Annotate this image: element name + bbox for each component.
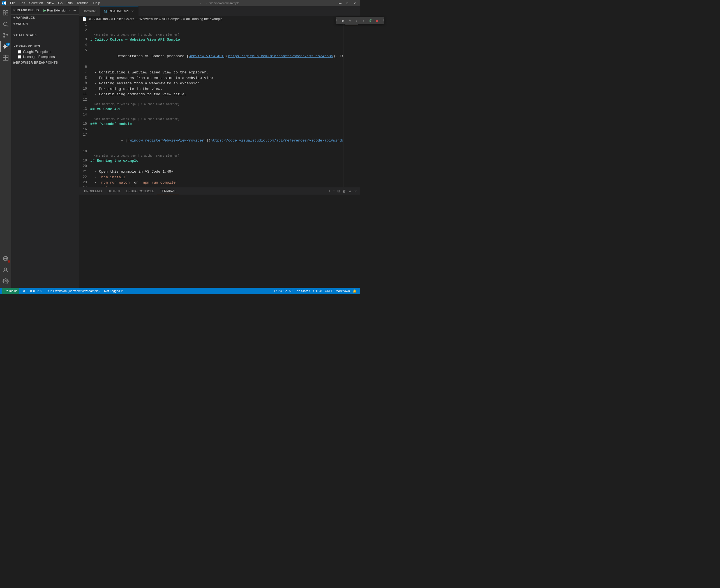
language-status[interactable]: Markdown bbox=[334, 289, 351, 293]
menu-bar[interactable]: File Edit Selection View Go Run Terminal… bbox=[8, 1, 102, 6]
line-content-8: - Posting messages from an extension to … bbox=[90, 76, 343, 81]
menu-help[interactable]: Help bbox=[92, 1, 102, 6]
menu-terminal[interactable]: Terminal bbox=[75, 1, 91, 6]
watch-header[interactable]: ▾ Watch bbox=[11, 21, 79, 27]
activity-search[interactable] bbox=[0, 19, 11, 30]
sync-button[interactable]: ↺ bbox=[22, 289, 26, 293]
activity-bottom: ! bbox=[0, 253, 11, 287]
breadcrumb-icon-2: # bbox=[183, 17, 185, 21]
remote-label: Run Extension (webview-view-sample) bbox=[46, 289, 100, 293]
warning-label: 0 bbox=[40, 289, 42, 293]
panel-tab-problems[interactable]: Problems bbox=[81, 187, 105, 195]
menu-go[interactable]: Go bbox=[56, 1, 64, 6]
caught-exceptions-item: Caught Exceptions bbox=[11, 49, 79, 55]
menu-selection[interactable]: Selection bbox=[27, 1, 45, 6]
maximize-button[interactable]: □ bbox=[344, 1, 350, 5]
panel-split-button[interactable]: ⊟ bbox=[336, 189, 341, 193]
caught-exceptions-label: Caught Exceptions bbox=[23, 50, 51, 54]
nav-back[interactable]: ← bbox=[199, 1, 203, 5]
panel-kill-button[interactable]: 🗑 bbox=[342, 189, 347, 193]
call-stack-header[interactable]: ▾ Call Stack bbox=[11, 32, 79, 38]
line-num-17: 17 bbox=[79, 132, 90, 137]
bell-icon: 🔔 bbox=[353, 289, 357, 293]
toolbar-drag-handle[interactable]: ⋮⋮ bbox=[337, 17, 340, 24]
panel-tab-debug-console[interactable]: Debug Console bbox=[124, 187, 157, 195]
line-content-9: - Posting message from a webview to an e… bbox=[90, 81, 343, 86]
tab-readme-md[interactable]: M README.md × bbox=[100, 6, 138, 16]
activity-remote[interactable]: ! bbox=[0, 253, 11, 264]
line-content-17: - [`window.registerWebviewViewProvider`]… bbox=[90, 132, 343, 149]
breadcrumb: 📄 README.md › # Calico Colors — Webview … bbox=[79, 16, 360, 22]
activity-git[interactable] bbox=[0, 30, 11, 41]
run-and-debug-label: Run and Debug bbox=[14, 9, 41, 12]
content-area: ⋮⋮ ▶ ⤷ ↓ ↑ ↺ ◼ ⋮⋮ Untitled-1 M README.md… bbox=[79, 6, 360, 288]
activity-settings[interactable] bbox=[0, 275, 11, 287]
code-line-18: 18 bbox=[79, 149, 343, 154]
menu-edit[interactable]: Edit bbox=[18, 1, 27, 6]
line-content-23: - `npm run watch` or `npm run compile` bbox=[90, 180, 343, 186]
activity-bar: 4 ! bbox=[0, 6, 11, 288]
notifications-bell[interactable]: 🔔 bbox=[352, 289, 358, 293]
menu-run[interactable]: Run bbox=[65, 1, 74, 6]
menu-view[interactable]: View bbox=[45, 1, 56, 6]
nav-forward[interactable]: → bbox=[204, 1, 208, 5]
close-button[interactable]: ✕ bbox=[352, 1, 358, 5]
breadcrumb-running[interactable]: ## Running the example bbox=[186, 17, 222, 21]
panel-tab-output[interactable]: Output bbox=[105, 187, 124, 195]
variables-header[interactable]: ▾ Variables bbox=[11, 15, 79, 21]
activity-extensions[interactable] bbox=[0, 52, 11, 63]
debug-more-button[interactable]: ··· bbox=[72, 8, 77, 13]
breadcrumb-readme[interactable]: README.md bbox=[88, 17, 108, 21]
svg-rect-12 bbox=[6, 55, 8, 58]
activity-explorer[interactable] bbox=[0, 7, 11, 19]
remote-status[interactable]: Run Extension (webview-view-sample) bbox=[45, 289, 101, 293]
minimize-button[interactable]: — bbox=[337, 1, 343, 5]
code-line-7: 7 - Contributing a webview based view to… bbox=[79, 70, 343, 76]
sidebar-content: ▾ Variables ▾ Watch ▾ Call Stack bbox=[11, 15, 79, 288]
git-branch-status[interactable]: ⎇ main* bbox=[2, 288, 19, 294]
run-extension-button[interactable]: ▶ Run Extension ▾ bbox=[42, 8, 71, 13]
browser-breakpoints-header[interactable]: ▶ Browser Breakpoints bbox=[11, 59, 79, 66]
not-logged-in-status[interactable]: Not Logged In bbox=[103, 289, 124, 293]
uncaught-exceptions-checkbox[interactable] bbox=[18, 55, 21, 59]
encoding-status[interactable]: UTF-8 bbox=[312, 289, 323, 293]
svg-rect-3 bbox=[6, 13, 8, 15]
debug-step-over-button[interactable]: ⤷ bbox=[347, 17, 353, 24]
code-line-16: 16 bbox=[79, 127, 343, 132]
window-controls: — □ ✕ bbox=[337, 1, 358, 5]
breakpoints-header[interactable]: ▾ Breakpoints bbox=[11, 43, 79, 49]
svg-point-7 bbox=[4, 37, 5, 38]
caught-exceptions-checkbox[interactable] bbox=[18, 50, 21, 54]
panel-add-dropdown[interactable]: ▾ bbox=[333, 190, 335, 192]
debug-step-into-button[interactable]: ↓ bbox=[353, 17, 360, 24]
tabs-bar: Untitled-1 M README.md × bbox=[79, 6, 360, 16]
svg-point-6 bbox=[4, 33, 5, 35]
menu-file[interactable]: File bbox=[8, 1, 17, 6]
panel-collapse-button[interactable]: ∧ bbox=[348, 189, 352, 193]
line22-dash: - bbox=[90, 175, 99, 180]
debug-continue-button[interactable]: ▶ bbox=[340, 17, 346, 24]
tab-untitled-1[interactable]: Untitled-1 bbox=[79, 6, 100, 16]
breadcrumb-calico[interactable]: Calico Colors — Webview View API Sample bbox=[114, 17, 180, 21]
code-editor[interactable]: 1 2 Matt Bierner, 2 years ago | 1 author… bbox=[79, 22, 343, 187]
line23-dash: - bbox=[90, 181, 99, 185]
line-ending-status[interactable]: CRLF bbox=[324, 289, 334, 293]
terminal-content[interactable] bbox=[79, 195, 360, 288]
run-dropdown-arrow[interactable]: ▾ bbox=[68, 9, 70, 12]
call-stack-chevron: ▾ bbox=[14, 34, 15, 37]
panel-add-button[interactable]: + bbox=[327, 189, 332, 193]
error-count[interactable]: ✕ 0 ⚠ 0 bbox=[28, 289, 43, 293]
panel-close-button[interactable]: ✕ bbox=[353, 189, 358, 193]
activity-account[interactable] bbox=[0, 264, 11, 275]
line5-text: Demonstrates VS Code's proposed [ bbox=[117, 54, 189, 58]
tab-size-status[interactable]: Tab Size: 4 bbox=[294, 289, 311, 293]
line-num-23: 23 bbox=[79, 180, 90, 185]
line-num-7: 7 bbox=[79, 70, 90, 75]
activity-debug[interactable]: 4 bbox=[0, 41, 11, 52]
cursor-position[interactable]: Ln 24, Col 50 bbox=[273, 289, 293, 293]
tab-close-readme[interactable]: × bbox=[130, 9, 135, 14]
panel-tab-terminal[interactable]: Terminal bbox=[157, 187, 179, 195]
debug-toolbar: Run and Debug ▶ Run Extension ▾ ··· bbox=[11, 6, 79, 15]
status-left: ⎇ main* ↺ ✕ 0 ⚠ 0 Run Extension (webview… bbox=[2, 288, 124, 294]
line17-url: https://code.visualstudio.com/api/refere… bbox=[210, 139, 343, 143]
